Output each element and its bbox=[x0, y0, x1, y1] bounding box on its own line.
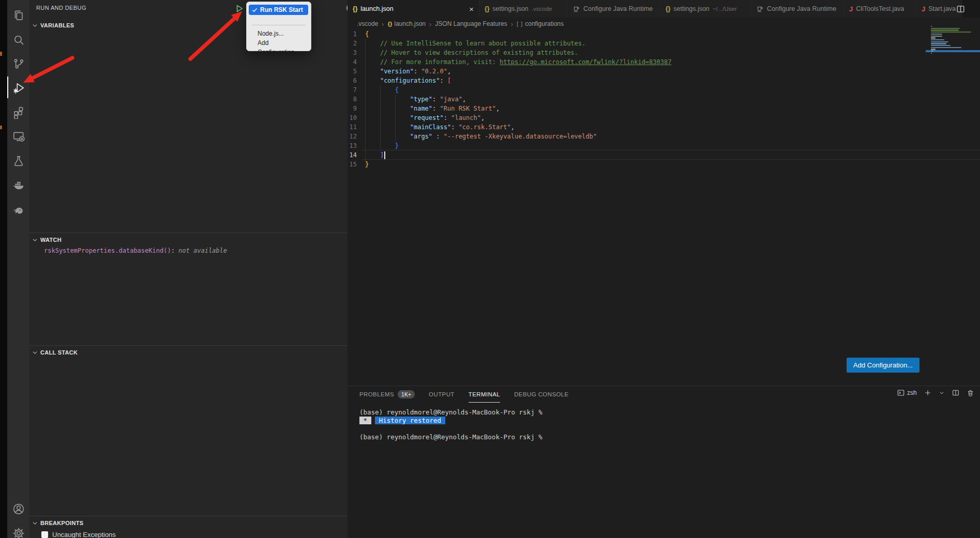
terminal-instance[interactable]: zsh bbox=[897, 389, 917, 397]
active-view-indicator bbox=[7, 76, 8, 98]
java-runtime-icon bbox=[572, 5, 580, 13]
token bbox=[365, 68, 380, 75]
breadcrumb-item[interactable]: .vscode bbox=[357, 20, 378, 27]
section-header[interactable]: BREAKPOINTS bbox=[29, 516, 348, 528]
menu-separator bbox=[252, 25, 306, 25]
explorer-icon bbox=[12, 9, 25, 22]
docker-icon bbox=[12, 178, 25, 192]
minimap-line bbox=[931, 47, 961, 48]
code-line: // Hover to view descriptions of existin… bbox=[365, 48, 671, 57]
json-icon: {} bbox=[353, 5, 357, 12]
section-label: CALL STACK bbox=[40, 349, 78, 356]
menu-item-nodejs[interactable]: Node.js... bbox=[247, 29, 311, 38]
breadcrumb-label: launch.json bbox=[394, 20, 426, 27]
token: "mainClass" bbox=[410, 124, 451, 131]
tab-settings-json[interactable]: {}settings.json~/.../User bbox=[660, 0, 751, 18]
menu-item-add-configuration[interactable]: Add Configuration... bbox=[247, 38, 311, 48]
panel-tab-debug-console[interactable]: DEBUG CONSOLE bbox=[514, 386, 569, 403]
token: : bbox=[444, 114, 451, 121]
minimap-line bbox=[931, 32, 971, 33]
activity-item-search[interactable] bbox=[7, 28, 29, 52]
settings-icon bbox=[12, 527, 25, 538]
token bbox=[365, 77, 380, 84]
tab-start-java[interactable]: JStart.java bbox=[916, 0, 962, 18]
tab-settings-json[interactable]: {}settings.json.vscode bbox=[479, 0, 567, 18]
breakpoint-row[interactable]: Uncaught Exceptions bbox=[41, 531, 348, 538]
split-terminal-icon[interactable] bbox=[952, 389, 960, 397]
panel-tab-terminal[interactable]: TERMINAL bbox=[469, 386, 500, 403]
activity-item-gradle[interactable] bbox=[7, 197, 29, 221]
token: , bbox=[496, 105, 500, 112]
code-editor[interactable]: { // Use IntelliSense to learn about pos… bbox=[365, 29, 671, 169]
terminal-line bbox=[359, 425, 542, 433]
code-line: { bbox=[365, 85, 671, 95]
token: "version" bbox=[380, 68, 414, 75]
indent-guide bbox=[380, 85, 381, 150]
minimap-line bbox=[931, 26, 932, 27]
line-number: 6 bbox=[348, 76, 357, 85]
token: { bbox=[395, 86, 399, 94]
minimap-line bbox=[931, 45, 951, 46]
section-header[interactable]: CALL STACK bbox=[29, 346, 348, 357]
indent-guide bbox=[365, 39, 366, 169]
minimap-line bbox=[931, 29, 959, 30]
line-number: 12 bbox=[348, 132, 357, 141]
close-icon[interactable]: × bbox=[468, 5, 475, 13]
breadcrumb-item[interactable]: {}launch.json bbox=[388, 20, 426, 27]
kill-terminal-trash-icon[interactable] bbox=[967, 389, 974, 397]
split-editor-icon[interactable] bbox=[956, 4, 966, 16]
tab-configure-java-runtime[interactable]: Configure Java Runtime bbox=[567, 0, 660, 18]
activity-item-docker[interactable] bbox=[7, 173, 29, 197]
terminal-dropdown-chevron-icon[interactable] bbox=[939, 390, 945, 396]
panel-tab-label: TERMINAL bbox=[469, 391, 500, 397]
section-header[interactable]: WATCH bbox=[29, 233, 348, 244]
activity-item-settings[interactable] bbox=[7, 521, 29, 538]
minimap[interactable] bbox=[926, 24, 980, 60]
activity-item-testing[interactable] bbox=[7, 149, 29, 173]
tab-clitoolstest-java[interactable]: JCliToolsTest.java bbox=[844, 0, 916, 18]
section-label: WATCH bbox=[40, 237, 62, 243]
tab-launch-json[interactable]: {}launch.json× bbox=[348, 0, 479, 18]
java-icon: J bbox=[849, 5, 853, 13]
activity-item-run-and-debug[interactable] bbox=[7, 76, 29, 100]
watch-expression[interactable]: rskSystemProperties.databaseKind(): not … bbox=[44, 247, 348, 254]
terminal-output[interactable]: (base) reynoldmorel@Reynolds-MacBook-Pro… bbox=[359, 408, 542, 441]
text-cursor bbox=[384, 151, 385, 159]
chevron-down-icon bbox=[32, 520, 38, 527]
menu-item-run-rsk-start[interactable]: Run RSK Start bbox=[249, 5, 308, 15]
activity-item-source-control[interactable] bbox=[7, 52, 29, 75]
breadcrumb-item[interactable]: JSON Language Features bbox=[435, 20, 507, 27]
start-debugging-icon[interactable] bbox=[234, 4, 244, 16]
activity-item-remote-explorer[interactable] bbox=[7, 125, 29, 148]
activity-item-extensions[interactable] bbox=[7, 100, 29, 124]
section-call-stack: CALL STACK bbox=[29, 345, 348, 357]
tab-configure-java-runtime[interactable]: Configure Java Runtime bbox=[751, 0, 844, 18]
panel-tab-problems[interactable]: PROBLEMS1K+ bbox=[359, 386, 415, 403]
code-line: "type": "java", bbox=[365, 95, 671, 104]
line-numbers-gutter: 123456789101112131415 bbox=[348, 29, 357, 169]
accounts-icon bbox=[12, 502, 25, 516]
activity-bar bbox=[7, 0, 29, 538]
activity-item-explorer[interactable] bbox=[7, 4, 29, 27]
line-number: 4 bbox=[348, 57, 357, 67]
token: "0.2.0" bbox=[421, 68, 447, 75]
token: : bbox=[432, 96, 440, 103]
breadcrumb-item[interactable]: [ ]configurations bbox=[517, 20, 564, 27]
add-configuration-button[interactable]: Add Configuration... bbox=[847, 358, 919, 373]
new-terminal-icon[interactable] bbox=[924, 389, 932, 397]
panel-tab-output[interactable]: OUTPUT bbox=[429, 386, 455, 403]
panel-tab-label: OUTPUT bbox=[429, 391, 455, 397]
minimap-current-line bbox=[926, 50, 980, 52]
breadcrumb-separator: › bbox=[511, 20, 513, 28]
checkbox[interactable] bbox=[41, 531, 48, 538]
background-artifact bbox=[0, 126, 2, 129]
menu-item-label: Run RSK Start bbox=[260, 6, 303, 13]
tab-label: CliToolsTest.java bbox=[856, 5, 904, 12]
array-icon: [ ] bbox=[517, 21, 523, 27]
activity-item-accounts[interactable] bbox=[7, 497, 29, 521]
watch-value: not available bbox=[178, 247, 227, 254]
vscode-window: RUN AND DEBUG ⋯ VARIABLESWATCHrskSystemP… bbox=[0, 0, 980, 538]
json-icon: {} bbox=[388, 21, 393, 27]
line-number: 1 bbox=[348, 29, 357, 39]
token: ] bbox=[380, 151, 384, 159]
